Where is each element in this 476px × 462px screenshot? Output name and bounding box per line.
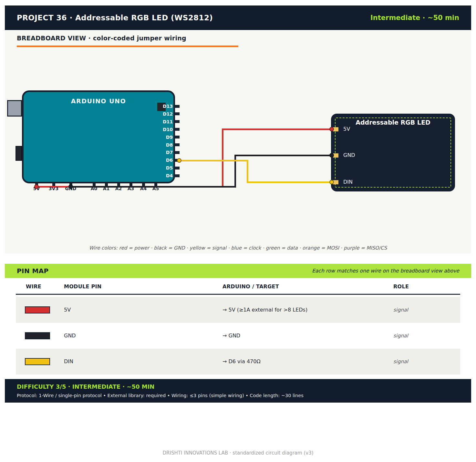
section-title: BREADBOARD VIEW · color-coded jumper wir… <box>17 35 186 42</box>
table-divider <box>16 294 460 295</box>
difficulty-line: DIFFICULTY 3/5 · INTERMEDIATE · ~50 MIN <box>17 383 154 390</box>
digital-pin-stub <box>175 167 180 169</box>
difficulty-badge: Intermediate · ~50 min <box>370 14 459 22</box>
digital-pin-label-d4: D4 <box>144 173 173 179</box>
wire-swatch <box>25 358 50 365</box>
cell-target: → D6 via 470Ω <box>222 349 261 375</box>
page: PROJECT 36 · Addressable RGB LED (WS2812… <box>0 0 476 462</box>
bottom-pin-label-a5: A5 <box>146 186 165 191</box>
digital-pin-label-d7: D7 <box>144 149 173 155</box>
wire-yellow-bottom <box>247 181 332 183</box>
bottom-pin-label-3v3: 3V3 <box>44 186 63 191</box>
cell-module-pin: DIN <box>64 349 73 375</box>
digital-pin-stub <box>175 112 180 115</box>
dot-gnd-arduino <box>68 184 73 189</box>
table-row: 5V→ 5V (≥1A external for >8 LEDs)signal <box>16 297 460 323</box>
wire-red-top <box>222 128 332 130</box>
table-header-row: WIREMODULE PINARDUINO / TARGETROLE <box>16 280 460 294</box>
digital-pin-label-d11: D11 <box>144 119 173 125</box>
cell-module-pin: GND <box>64 323 76 349</box>
table-row: GND→ GNDsignal <box>16 323 460 349</box>
column-header-arduino-target: ARDUINO / TARGET <box>222 283 279 290</box>
wire-black-top <box>234 155 332 156</box>
breadboard-section: BREADBOARD VIEW · color-coded jumper wir… <box>5 30 471 253</box>
header-bar: PROJECT 36 · Addressable RGB LED (WS2812… <box>5 5 471 30</box>
digital-pin-label-d9: D9 <box>144 134 173 140</box>
wire-yellow-left <box>179 160 248 161</box>
dot-d6-arduino <box>177 158 181 163</box>
column-header-module-pin: MODULE PIN <box>64 283 102 290</box>
dot-din-module <box>329 180 334 184</box>
page-footer: DRISHTI INNOVATIONS LAB · standardized c… <box>0 450 476 456</box>
cell-target: → GND <box>222 323 240 349</box>
column-header-wire: WIRE <box>26 283 41 290</box>
power-jack <box>16 146 22 161</box>
cell-target: → 5V (≥1A external for >8 LEDs) <box>222 297 307 323</box>
digital-pin-label-d6: D6 <box>144 157 173 163</box>
column-header-role: ROLE <box>393 283 409 290</box>
digital-pin-stub <box>175 136 180 139</box>
table-row: DIN→ D6 via 470Ωsignal <box>16 349 460 375</box>
wire-swatch <box>25 332 50 339</box>
digital-pin-stub <box>175 128 180 131</box>
module-pin-label-5v: 5V <box>343 126 350 132</box>
page-title: PROJECT 36 · Addressable RGB LED (WS2812… <box>17 14 213 22</box>
pin-map-table: WIREMODULE PINARDUINO / TARGETROLE 5V→ 5… <box>16 280 460 375</box>
digital-pin-stub <box>175 105 180 108</box>
info-bar: DIFFICULTY 3/5 · INTERMEDIATE · ~50 MIN … <box>5 379 471 403</box>
module-pin-label-gnd: GND <box>343 152 355 158</box>
digital-pin-label-d12: D12 <box>144 111 173 117</box>
wire-swatch <box>25 306 50 313</box>
digital-pin-label-d13: D13 <box>144 103 173 109</box>
module-title: Addressable RGB LED <box>331 119 455 126</box>
wire-yellow-vertical <box>247 160 248 183</box>
dot-5v-arduino <box>34 184 39 189</box>
digital-pin-label-d5: D5 <box>144 165 173 171</box>
section-underline <box>17 46 238 47</box>
cell-role: signal <box>393 349 408 375</box>
digital-pin-stub <box>175 174 180 177</box>
wire-red-vertical <box>222 128 223 188</box>
wire-color-legend: Wire colors: red = power · black = GND ·… <box>5 245 471 251</box>
pin-map-subtitle: Each row matches one wire on the breadbo… <box>312 268 459 274</box>
digital-pin-stub <box>175 143 180 146</box>
digital-pin-label-d8: D8 <box>144 142 173 148</box>
module-pin-label-din: DIN <box>343 179 353 185</box>
dot-gnd-module <box>329 153 334 158</box>
table-rows: 5V→ 5V (≥1A external for >8 LEDs)signalG… <box>16 297 460 375</box>
pin-map-header: PIN MAP Each row matches one wire on the… <box>5 264 471 278</box>
cell-module-pin: 5V <box>64 297 71 323</box>
usb-connector <box>7 100 22 117</box>
pin-map-title: PIN MAP <box>17 267 49 275</box>
digital-pin-stub <box>175 151 180 154</box>
details-line: Protocol: 1-Wire / single-pin protocol •… <box>17 393 304 398</box>
dot-5v-module <box>329 127 334 131</box>
cell-role: signal <box>393 297 408 323</box>
cell-role: signal <box>393 323 408 349</box>
digital-pin-label-d10: D10 <box>144 127 173 132</box>
digital-pin-stub <box>175 120 180 123</box>
